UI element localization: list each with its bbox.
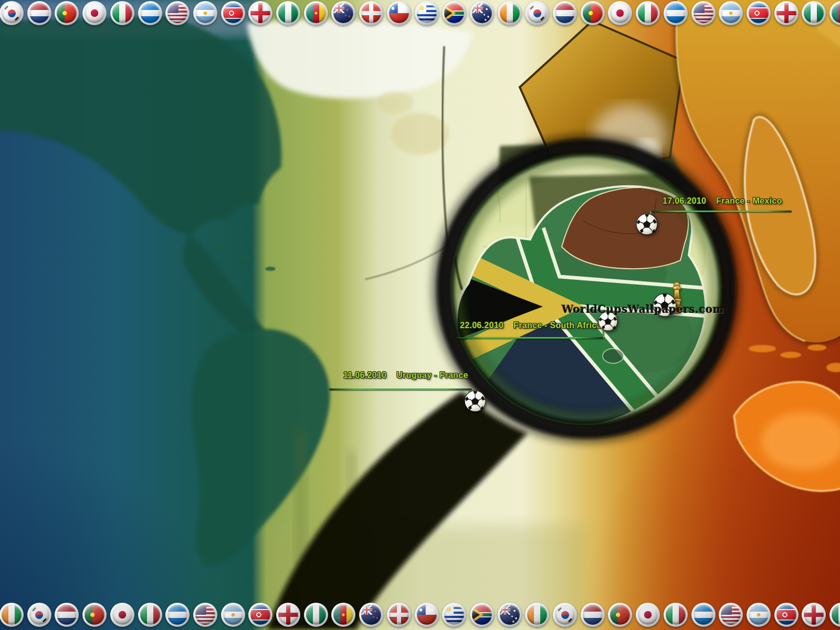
flag-jp-icon: [82, 1, 107, 25]
flag-kr-icon: [553, 603, 577, 627]
flag-ar-icon: [719, 1, 743, 25]
flag-kp-icon: [221, 1, 245, 25]
flag-jp-icon: [636, 603, 660, 627]
flag-it-icon: [110, 1, 134, 25]
flag-nz-icon: [359, 603, 383, 627]
match-date: 22.06.2010: [460, 321, 503, 330]
flag-cm-icon: [304, 1, 328, 25]
watermark-text: WorldCupsWallpapers.com: [562, 303, 724, 316]
flag-hn-icon: [691, 603, 716, 627]
flag-nl-icon: [55, 603, 79, 627]
flag-ar-icon: [193, 1, 217, 25]
flag-jp-icon: [110, 603, 134, 627]
match-line-france-mexico: [651, 211, 792, 212]
flag-za-icon: [442, 1, 466, 25]
flag-kr-icon: [0, 1, 24, 25]
flag-us-icon: [165, 1, 190, 25]
flag-row-top: [0, 0, 840, 27]
flag-ar-icon: [221, 603, 245, 627]
flag-ng-icon: [276, 1, 300, 25]
flag-jp-icon: [608, 1, 632, 25]
flag-za-icon: [470, 603, 494, 627]
flag-us-icon: [691, 1, 716, 25]
flag-us-icon: [719, 603, 743, 627]
flag-kp-icon: [248, 603, 272, 627]
flag-eng-icon: [774, 1, 799, 25]
flag-kp-icon: [747, 1, 771, 25]
match-line-uruguay-france: [329, 388, 472, 390]
flag-ch-icon: [359, 1, 383, 25]
flag-uy-icon: [442, 603, 466, 627]
flag-kr-icon: [525, 1, 549, 25]
flag-row-bottom: [0, 602, 840, 629]
flag-kp-icon: [774, 603, 799, 627]
match-fixture: France - South Africa: [513, 321, 602, 330]
flag-hn-icon: [165, 603, 190, 627]
flag-ng-icon: [802, 1, 826, 25]
flag-pt-icon: [581, 1, 605, 25]
flag-eng-icon: [248, 1, 272, 25]
flag-kr-icon: [27, 603, 51, 627]
flag-cm-icon: [830, 1, 840, 25]
flag-cl-icon: [387, 1, 411, 25]
lesotho-outline: [603, 349, 624, 363]
flag-pt-icon: [608, 603, 632, 627]
flag-nl-icon: [27, 1, 51, 25]
match-line-france-south-africa: [456, 337, 603, 339]
flag-ci-icon: [525, 603, 549, 627]
flag-it-icon: [138, 603, 162, 627]
flag-us-icon: [193, 603, 217, 627]
flag-eng-icon: [802, 603, 826, 627]
flag-nl-icon: [581, 603, 605, 627]
flag-au-icon: [498, 603, 522, 627]
soccer-ball-icon: [464, 390, 486, 412]
match-date: 17.06.2010: [663, 196, 706, 205]
flag-ng-icon: [304, 603, 328, 627]
flag-hn-icon: [138, 1, 162, 25]
flag-hn-icon: [664, 1, 688, 25]
flag-ci-icon: [498, 1, 522, 25]
soccer-ball-icon: [636, 213, 658, 235]
flag-pt-icon: [55, 1, 79, 25]
flag-cl-icon: [415, 603, 439, 627]
flag-nl-icon: [553, 1, 577, 25]
flag-ci-icon: [0, 603, 24, 627]
match-fixture: France - Mexico: [716, 196, 782, 205]
flag-it-icon: [664, 603, 688, 627]
flag-ar-icon: [747, 603, 771, 627]
flag-ch-icon: [387, 603, 411, 627]
match-label-uruguay-france: 11.06.2010Uruguay - France: [343, 371, 468, 380]
match-date: 11.06.2010: [343, 371, 386, 380]
worldcup-wallpaper: 11.06.2010Uruguay - France 17.06.2010Fra…: [0, 0, 840, 630]
flag-au-icon: [470, 1, 494, 25]
flag-eng-icon: [276, 603, 300, 627]
flag-cm-icon: [331, 603, 355, 627]
flag-uy-icon: [415, 1, 439, 25]
match-label-france-mexico: 17.06.2010France - Mexico: [663, 196, 782, 206]
flag-it-icon: [636, 1, 660, 25]
match-label-france-south-africa: 22.06.2010France - South Africa: [460, 321, 602, 330]
flag-pt-icon: [82, 603, 107, 627]
flag-ng-icon: [830, 603, 840, 627]
flag-nz-icon: [331, 1, 355, 25]
match-fixture: Uruguay - France: [396, 371, 468, 380]
